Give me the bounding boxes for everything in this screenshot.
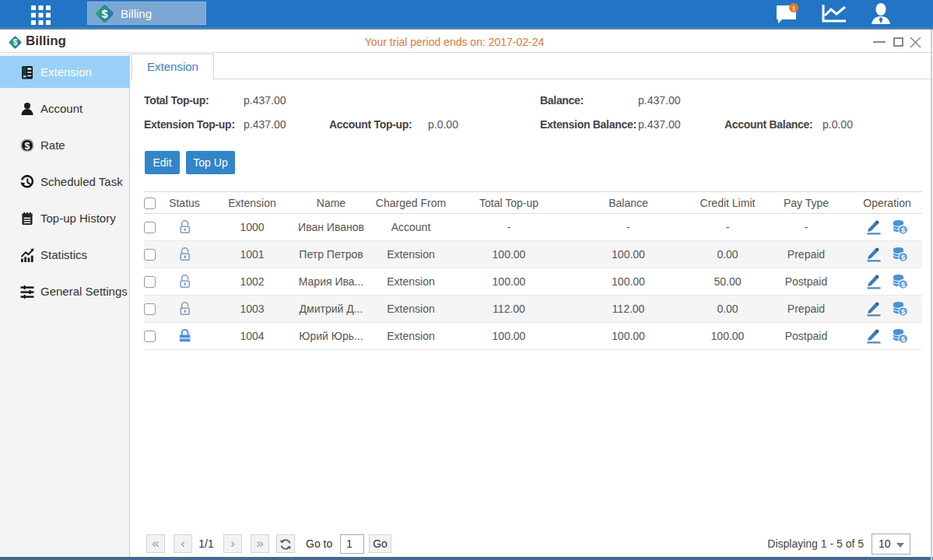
svg-text:$: $ xyxy=(901,307,906,316)
svg-text:$: $ xyxy=(901,226,906,234)
svg-text:$: $ xyxy=(901,334,906,343)
svg-text:$: $ xyxy=(101,7,107,19)
svg-text:$: $ xyxy=(901,253,906,261)
svg-text:$: $ xyxy=(901,280,906,289)
svg-text:!: ! xyxy=(793,5,795,12)
svg-text:$: $ xyxy=(25,141,30,152)
